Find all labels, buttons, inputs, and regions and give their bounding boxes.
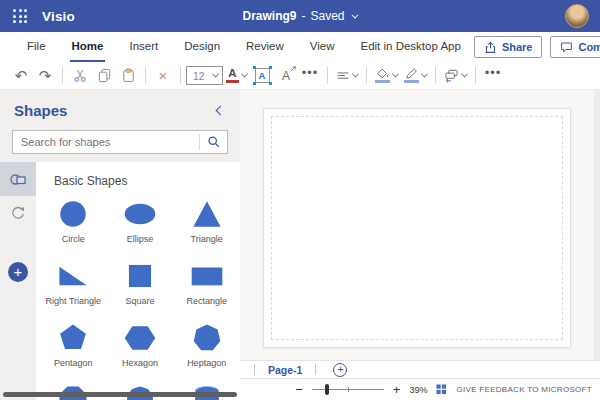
line-pen-icon — [405, 68, 419, 79]
text-orientation-button[interactable]: A — [274, 64, 298, 88]
toolbar-divider — [145, 67, 146, 84]
fit-to-window-icon — [436, 384, 447, 395]
more-options-button[interactable]: ••• — [481, 64, 505, 88]
drawing-page[interactable] — [263, 108, 571, 348]
undo-button[interactable]: ↶ — [9, 64, 33, 88]
toolbar-divider — [366, 67, 367, 84]
zoom-slider-handle[interactable] — [325, 384, 329, 395]
toolbar-divider — [180, 67, 181, 84]
tab-file[interactable]: File — [14, 32, 59, 62]
zoom-out-button[interactable]: − — [295, 383, 303, 396]
font-color-button[interactable]: A — [223, 64, 250, 88]
zoom-level[interactable]: 39% — [409, 385, 427, 395]
shape-fill-button[interactable] — [372, 64, 401, 88]
tab-home[interactable]: Home — [59, 32, 117, 62]
shape-line-button[interactable] — [401, 64, 430, 88]
document-title[interactable]: Drawing9 - Saved — [242, 9, 357, 23]
search-button[interactable] — [200, 131, 227, 153]
redo-button[interactable]: ↷ — [33, 64, 57, 88]
shape-ellipse[interactable]: Ellipse — [107, 197, 174, 259]
arrange-button[interactable] — [441, 64, 470, 88]
feedback-link[interactable]: GIVE FEEDBACK TO MICROSOFT — [456, 385, 592, 394]
paste-button[interactable] — [116, 64, 140, 88]
shape-hexagon[interactable]: Hexagon — [107, 321, 174, 383]
text-orientation-icon: A — [282, 69, 290, 83]
shape-label: Hexagon — [122, 358, 158, 368]
panel-horizontal-scrollbar[interactable] — [3, 392, 237, 397]
align-button[interactable] — [333, 64, 361, 88]
page-tab[interactable]: Page-1 — [255, 364, 315, 376]
fill-bucket-icon — [376, 68, 390, 79]
align-icon — [336, 69, 350, 83]
add-stencil-button[interactable]: + — [8, 262, 28, 282]
shape-label: Heptagon — [187, 358, 226, 368]
section-title: Basic Shapes — [54, 174, 240, 188]
page-tab-bar: Page-1 + — [240, 360, 600, 378]
text-box-button[interactable]: A — [250, 64, 274, 88]
shape-search-box — [12, 130, 228, 154]
shape-rectangle[interactable]: Rectangle — [173, 259, 240, 321]
chevron-down-icon — [392, 71, 399, 78]
document-name: Drawing9 — [242, 9, 296, 23]
shape-heptagon[interactable]: Heptagon — [173, 321, 240, 383]
drawing-canvas[interactable] — [240, 90, 600, 360]
shapes-panel-title: Shapes — [14, 102, 67, 119]
zoom-in-button[interactable]: + — [393, 383, 401, 396]
shape-triangle[interactable]: Triangle — [173, 197, 240, 259]
tab-design[interactable]: Design — [171, 32, 233, 62]
shape-label: Triangle — [191, 234, 223, 244]
chevron-down-icon — [461, 71, 468, 78]
canvas-column: Page-1 + − + 39% GIVE FEEDBACK TO MICROS… — [240, 90, 600, 400]
share-button[interactable]: Share — [474, 36, 543, 58]
copy-icon — [97, 68, 112, 83]
delete-button[interactable]: × — [151, 64, 175, 88]
app-launcher-icon[interactable] — [13, 9, 27, 23]
chevron-down-icon — [421, 71, 428, 78]
menu-actions: Share Comments — [474, 36, 600, 58]
tab-review[interactable]: Review — [233, 32, 297, 62]
share-icon — [484, 41, 497, 54]
add-page-button[interactable]: + — [333, 363, 347, 377]
stencil-rail: + — [0, 162, 36, 400]
shape-square[interactable]: Square — [107, 259, 174, 321]
text-box-icon: A — [255, 68, 270, 83]
shape-pentagon[interactable]: Pentagon — [40, 321, 107, 383]
stencil-tab-refresh[interactable] — [0, 196, 36, 230]
copy-button[interactable] — [92, 64, 116, 88]
chevron-down-icon — [212, 71, 219, 78]
shape-label: Pentagon — [54, 358, 93, 368]
save-status: Saved — [310, 9, 344, 23]
font-size-select[interactable]: 12 — [186, 66, 223, 85]
tab-edit-in-desktop-app[interactable]: Edit in Desktop App — [348, 32, 474, 62]
paste-icon — [121, 68, 136, 83]
comments-label: Comments — [578, 41, 600, 53]
more-text-options-button[interactable]: ••• — [298, 64, 322, 88]
refresh-icon — [10, 205, 26, 221]
main-area: Shapes — [0, 90, 600, 400]
shape-circle[interactable]: Circle — [40, 197, 107, 259]
shape-right-triangle[interactable]: Right Triangle — [40, 259, 107, 321]
shape-search-input[interactable] — [13, 136, 199, 148]
status-bar: − + 39% GIVE FEEDBACK TO MICROSOFT — [240, 378, 600, 400]
tab-insert[interactable]: Insert — [116, 32, 171, 62]
stencil-tab-shapes[interactable] — [0, 162, 36, 196]
toolbar-divider — [475, 67, 476, 84]
scissors-icon — [73, 68, 88, 83]
tab-view[interactable]: View — [297, 32, 348, 62]
chevron-down-icon — [351, 11, 358, 18]
shape-label: Ellipse — [127, 234, 154, 244]
comments-button[interactable]: Comments — [550, 36, 600, 58]
shape-label: Square — [125, 296, 154, 306]
app-name: Visio — [42, 9, 75, 24]
arrange-icon — [444, 68, 459, 83]
pagebar-divider — [315, 364, 316, 375]
comments-icon — [560, 41, 573, 54]
fit-to-window-button[interactable] — [436, 384, 447, 395]
zoom-slider[interactable] — [312, 389, 384, 390]
canvas-vertical-scrollbar[interactable] — [594, 90, 600, 360]
user-avatar[interactable] — [565, 4, 589, 28]
cut-button[interactable] — [68, 64, 92, 88]
collapse-panel-icon[interactable] — [216, 106, 226, 116]
shapes-stencil-icon — [9, 170, 27, 188]
chevron-down-icon — [241, 71, 248, 78]
